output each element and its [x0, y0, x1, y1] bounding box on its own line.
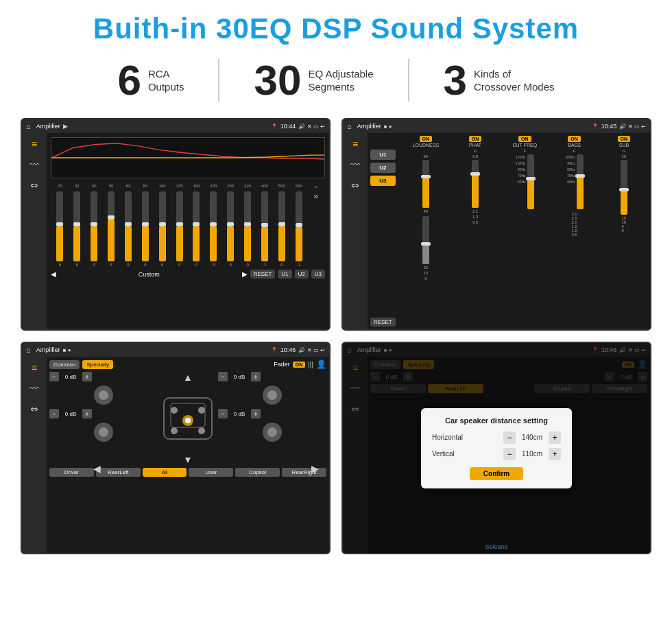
sidebar-eq-icon-2[interactable]: ≡: [352, 139, 358, 150]
screen2-title: Amplifier: [357, 123, 381, 130]
stat-num-6: 6: [117, 59, 141, 102]
home-icon-1[interactable]: ⌂: [26, 122, 31, 130]
sub-labels-row: G F F G: [403, 149, 647, 153]
db-plus-tl[interactable]: +: [82, 372, 92, 381]
home-icon-3[interactable]: ⌂: [26, 346, 31, 354]
loudness-label: LOUDNESS: [413, 143, 440, 147]
status-bar-2: ⌂ Amplifier ■ ● 📍 10:45 🔊 ✕ ▭ ↩: [343, 119, 650, 133]
bass-slider[interactable]: 100Hz90Hz80Hz70Hz60Hz 3.02.52.01.51.00.5: [551, 154, 597, 327]
amp-main: Common Specialty Fader ON ||| 👤 − 0 dB: [47, 357, 329, 553]
nav-left[interactable]: ◀: [93, 463, 101, 474]
tab-row: Common Specialty Fader ON ||| 👤: [49, 359, 326, 369]
db-plus-br[interactable]: +: [251, 409, 261, 418]
slider-160[interactable]: 0: [189, 191, 204, 267]
db-control-br: − 0 dB +: [218, 409, 326, 418]
sidebar-arrows-icon[interactable]: ⇔: [30, 180, 38, 191]
btn-copilot[interactable]: Copilot: [235, 468, 280, 477]
eq-next-btn[interactable]: ▶: [242, 270, 248, 278]
horizontal-minus[interactable]: −: [503, 432, 516, 444]
sidebar-wave-icon-3[interactable]: 〰: [29, 383, 39, 394]
slider-500[interactable]: 0: [274, 191, 289, 267]
sidebar-arrows-icon-2[interactable]: ⇔: [351, 180, 359, 191]
slider-32[interactable]: 0: [69, 191, 85, 267]
svg-point-4: [198, 407, 205, 414]
btn-driver[interactable]: Driver: [49, 468, 94, 477]
slider-200[interactable]: 0: [206, 191, 221, 267]
status-icons-2: 🔊 ✕ ▭ ↩: [619, 123, 646, 130]
slider-630[interactable]: -1: [291, 191, 307, 267]
status-bar-1: ⌂ Amplifier ▶ 📍 10:44 🔊 ✕ ▭ ↩: [22, 119, 329, 133]
profile-icon[interactable]: 👤: [316, 359, 326, 369]
pin-icon-2: 📍: [592, 123, 599, 130]
bass-on: ON: [568, 136, 581, 142]
slider-100[interactable]: 0: [154, 191, 170, 267]
slider-50[interactable]: 5: [104, 191, 119, 267]
btn-all[interactable]: All: [143, 468, 187, 477]
eq-preset-label: Custom: [59, 271, 239, 278]
fader-on: ON: [293, 362, 306, 368]
preset-u2[interactable]: U2: [370, 163, 396, 173]
sidebar-wave-icon[interactable]: 〰: [29, 159, 39, 170]
eq-prev-btn[interactable]: ◀: [51, 270, 56, 278]
sidebar-arrows-icon-3[interactable]: ⇔: [30, 403, 38, 414]
slider-320[interactable]: 0: [240, 191, 256, 267]
slider-250[interactable]: 0: [223, 191, 239, 267]
sidebar-eq-icon[interactable]: ≡: [32, 139, 37, 150]
eq-u3-btn[interactable]: U3: [311, 270, 325, 279]
slider-80[interactable]: 0: [137, 191, 153, 267]
crossover-reset[interactable]: RESET: [370, 318, 396, 327]
loudness-slider[interactable]: 64 48 32 16 0: [403, 154, 449, 327]
cutfreq-label: CUT FREQ: [513, 143, 538, 147]
slider-125[interactable]: 0: [171, 191, 187, 267]
home-icon-2[interactable]: ⌂: [347, 122, 352, 130]
vertical-minus[interactable]: −: [503, 448, 516, 460]
db-plus-bl[interactable]: +: [82, 409, 92, 418]
cutfreq-slider[interactable]: 120Hz100Hz80Hz70Hz60Hz: [501, 154, 548, 327]
dialog-horizontal-row: Horizontal − 140cm +: [432, 432, 561, 444]
db-minus-bl[interactable]: −: [49, 409, 59, 418]
fader-controls[interactable]: |||: [308, 361, 313, 368]
nav-down[interactable]: ▼: [183, 454, 193, 465]
btn-user[interactable]: User: [189, 468, 233, 477]
crossover-main: U1 U2 U3 RESET ON LOUDNESS ON: [368, 133, 650, 329]
preset-u3[interactable]: U3: [370, 176, 396, 186]
confirm-button[interactable]: Confirm: [470, 467, 523, 480]
sidebar-eq-icon-3[interactable]: ≡: [32, 362, 37, 373]
slider-40[interactable]: 0: [86, 191, 102, 267]
db-minus-tl[interactable]: −: [49, 372, 59, 381]
preset-u1[interactable]: U1: [370, 150, 396, 160]
horizontal-plus[interactable]: +: [549, 432, 561, 444]
nav-up[interactable]: ▲: [183, 372, 193, 383]
nav-right[interactable]: ▶: [311, 463, 319, 474]
db-minus-tr[interactable]: −: [218, 372, 228, 381]
eq-u1-btn[interactable]: U1: [278, 270, 291, 279]
phat-slider[interactable]: 3.0 2.1 1.3 0.5: [452, 154, 499, 327]
sub-slider[interactable]: 20 151050: [601, 154, 647, 327]
speaker-br: [263, 423, 282, 442]
btn-rearright[interactable]: RearRight: [282, 468, 326, 477]
status-bar-3: ⌂ Amplifier ■ ● 📍 10:46 🔊 ✕ ▭ ↩: [22, 343, 329, 357]
btn-rearleft[interactable]: RearLeft: [96, 468, 141, 477]
screen-amp: ⌂ Amplifier ■ ● 📍 10:46 🔊 ✕ ▭ ↩ ≡ 〰 ⇔ Co…: [21, 342, 331, 554]
slider-63[interactable]: 0: [121, 191, 136, 267]
sub-on: ON: [618, 136, 631, 142]
eq-reset-btn[interactable]: RESET: [250, 270, 276, 279]
stat-label-rca: RCAOutputs: [148, 67, 184, 94]
slider-400[interactable]: -1: [257, 191, 273, 267]
sidebar-wave-icon-2[interactable]: 〰: [350, 159, 360, 170]
slider-25[interactable]: 0: [52, 191, 68, 267]
db-minus-br[interactable]: −: [218, 409, 228, 418]
sidebar-2: ≡ 〰 ⇔: [343, 133, 368, 329]
tab-specialty[interactable]: Specialty: [82, 360, 112, 369]
db-plus-tr[interactable]: +: [251, 372, 261, 381]
cutfreq-on: ON: [518, 136, 531, 142]
vertical-plus[interactable]: +: [549, 448, 561, 460]
eq-u2-btn[interactable]: U2: [295, 270, 309, 279]
channel-controls: ON LOUDNESS ON PHAT ON CUT FREQ ON: [403, 136, 647, 327]
tab-common[interactable]: Common: [49, 360, 80, 369]
time-2: 10:45: [601, 123, 617, 130]
slider-more[interactable]: »: [308, 191, 324, 267]
on-badges-row: ON LOUDNESS ON PHAT ON CUT FREQ ON: [403, 136, 647, 147]
bass-col: ON BASS: [551, 136, 597, 147]
screenshots-grid: ⌂ Amplifier ▶ 📍 10:44 🔊 ✕ ▭ ↩ ≡ 〰 ⇔: [0, 111, 672, 561]
